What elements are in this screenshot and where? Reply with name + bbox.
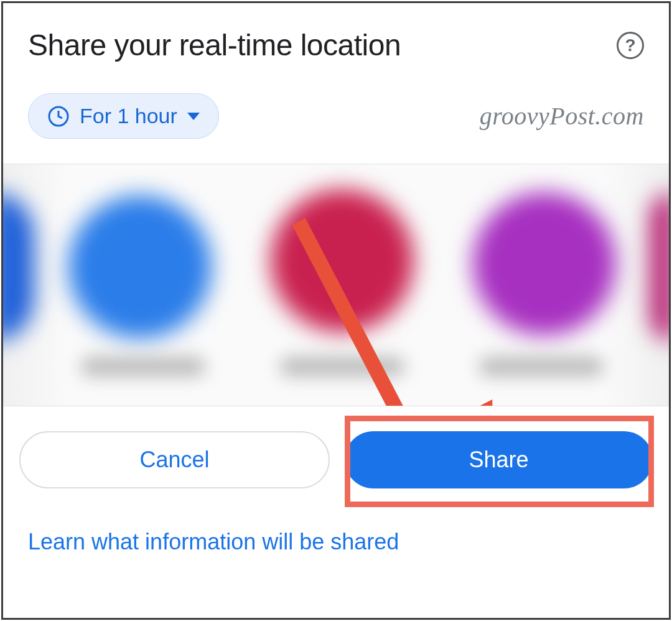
contact-name-blurred [81, 357, 205, 376]
contact-avatar[interactable] [473, 192, 616, 335]
chevron-down-icon [187, 113, 200, 120]
contact-avatar[interactable] [3, 192, 34, 342]
duration-selector[interactable]: For 1 hour [28, 93, 219, 139]
contact-name-blurred [280, 357, 404, 376]
share-button[interactable]: Share [345, 431, 653, 488]
share-location-panel: Share your real-time location ? For 1 ho… [1, 1, 671, 620]
duration-label: For 1 hour [80, 104, 177, 128]
contacts-list[interactable] [3, 164, 669, 406]
learn-more-link[interactable]: Learn what information will be shared [28, 529, 399, 554]
contact-avatar[interactable] [68, 195, 212, 339]
button-row: Cancel Share [3, 406, 669, 513]
contact-name-blurred [479, 357, 604, 376]
duration-row: For 1 hour groovyPost.com [3, 75, 669, 164]
page-title: Share your real-time location [28, 28, 401, 62]
contact-avatar[interactable] [271, 189, 414, 332]
help-icon[interactable]: ? [617, 32, 644, 59]
footer: Learn what information will be shared [3, 513, 669, 580]
contact-avatar[interactable] [650, 192, 669, 342]
watermark-text: groovyPost.com [480, 101, 644, 131]
clock-icon [47, 105, 70, 128]
header: Share your real-time location ? [3, 3, 669, 75]
cancel-button[interactable]: Cancel [19, 431, 330, 488]
